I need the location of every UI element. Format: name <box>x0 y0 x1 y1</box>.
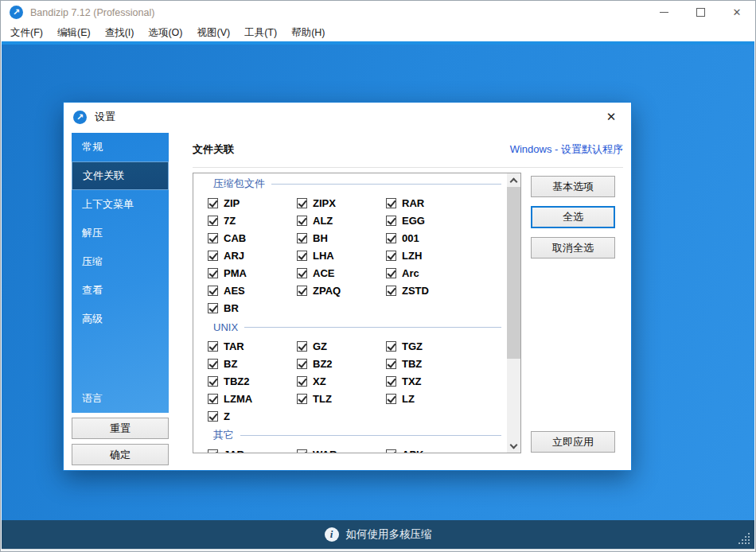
format-checkbox-ace[interactable]: ACE <box>297 267 386 279</box>
menu-item[interactable]: 工具(T) <box>237 25 284 41</box>
checkbox-icon <box>386 233 396 243</box>
format-checkbox-cab[interactable]: CAB <box>208 232 297 244</box>
format-checkbox-bh[interactable]: BH <box>297 232 386 244</box>
format-checkbox-lz[interactable]: LZ <box>386 393 507 405</box>
checkbox-label: Z <box>224 410 230 422</box>
checkbox-label: BZ <box>224 358 237 370</box>
format-checkbox-egg[interactable]: EGG <box>386 215 507 227</box>
statusbar-link[interactable]: 如何使用多核压缩 <box>346 527 432 542</box>
format-checkbox-lha[interactable]: LHA <box>297 250 386 262</box>
format-checkbox-zipx[interactable]: ZIPX <box>297 197 386 209</box>
format-checkbox-bz2[interactable]: BZ2 <box>297 358 386 370</box>
checkbox-label: CAB <box>224 232 246 244</box>
menu-item[interactable]: 查找(I) <box>98 25 142 41</box>
checkbox-icon <box>208 216 218 226</box>
group-label: UNIX <box>193 317 507 337</box>
checkbox-icon <box>386 341 396 352</box>
sidebar-item[interactable]: 解压 <box>72 219 169 247</box>
checkbox-icon <box>297 233 307 243</box>
format-checkbox-war[interactable]: WAR <box>297 449 386 454</box>
format-checkbox-tbz[interactable]: TBZ <box>386 358 507 370</box>
apply-now-button[interactable]: 立即应用 <box>531 431 615 453</box>
checkbox-icon <box>386 251 396 261</box>
scroll-down-icon[interactable] <box>507 439 520 453</box>
checkbox-row: PMAACEArc <box>193 264 507 282</box>
close-button[interactable]: ✕ <box>719 1 755 24</box>
checkbox-label: TLZ <box>313 393 332 405</box>
scroll-up-icon[interactable] <box>507 173 520 187</box>
checkbox-icon <box>208 198 218 208</box>
checkbox-icon <box>297 449 307 454</box>
format-checkbox-apk[interactable]: APK <box>386 449 507 454</box>
format-checkbox-arc[interactable]: Arc <box>386 267 507 279</box>
dialog-close-button[interactable]: ✕ <box>599 110 623 124</box>
checkbox-label: ALZ <box>313 215 333 227</box>
format-checkbox-xz[interactable]: XZ <box>297 375 386 387</box>
sidebar-item[interactable]: 文件关联 <box>72 161 169 190</box>
format-checkbox-rar[interactable]: RAR <box>386 197 507 209</box>
sidebar-item[interactable]: 语言 <box>72 384 169 413</box>
format-checkbox-7z[interactable]: 7Z <box>208 215 297 227</box>
minimize-button[interactable] <box>645 1 682 24</box>
checkbox-label: PMA <box>224 267 247 279</box>
reset-button[interactable]: 重置 <box>72 418 169 439</box>
format-checkbox-001[interactable]: 001 <box>386 232 507 244</box>
menu-item[interactable]: 帮助(H) <box>284 25 332 41</box>
maximize-button[interactable] <box>682 1 719 24</box>
format-checkbox-z[interactable]: Z <box>208 410 297 422</box>
resize-grip-icon[interactable] <box>748 542 750 544</box>
association-list: 压缩包文件ZIPZIPXRAR7ZALZEGGCABBH001ARJLHALZH… <box>193 173 507 453</box>
checkbox-label: JAR <box>224 449 244 454</box>
deselect-all-button[interactable]: 取消全选 <box>531 237 615 259</box>
format-checkbox-tbz2[interactable]: TBZ2 <box>208 375 297 387</box>
format-checkbox-zpaq[interactable]: ZPAQ <box>297 285 386 297</box>
vertical-scrollbar[interactable] <box>507 173 520 453</box>
dialog-title: 设置 <box>95 110 115 124</box>
format-checkbox-zip[interactable]: ZIP <box>208 197 297 209</box>
format-checkbox-jar[interactable]: JAR <box>208 449 297 454</box>
checkbox-icon <box>386 198 396 208</box>
format-checkbox-alz[interactable]: ALZ <box>297 215 386 227</box>
format-checkbox-lzma[interactable]: LZMA <box>208 393 297 405</box>
menu-item[interactable]: 编辑(E) <box>50 25 98 41</box>
sidebar-item[interactable]: 高级 <box>72 305 169 333</box>
basic-options-button[interactable]: 基本选项 <box>531 176 615 197</box>
format-checkbox-txz[interactable]: TXZ <box>386 375 507 387</box>
sidebar-item[interactable]: 上下文菜单 <box>72 190 169 219</box>
windows-default-programs-link[interactable]: Windows - 设置默认程序 <box>510 142 623 157</box>
checkbox-label: LHA <box>313 250 334 262</box>
checkbox-icon <box>208 286 218 296</box>
sidebar-item[interactable]: 查看 <box>72 276 169 305</box>
file-association-panel: 压缩包文件ZIPZIPXRAR7ZALZEGGCABBH001ARJLHALZH… <box>193 173 521 453</box>
format-checkbox-aes[interactable]: AES <box>208 285 297 297</box>
menu-item[interactable]: 文件(F) <box>3 25 50 41</box>
checkbox-icon <box>208 359 218 369</box>
sidebar-item[interactable]: 常规 <box>72 133 169 161</box>
checkbox-label: BR <box>224 302 239 314</box>
format-checkbox-zstd[interactable]: ZSTD <box>386 285 507 297</box>
checkbox-row: BR <box>193 299 507 317</box>
checkbox-label: BZ2 <box>313 358 333 370</box>
scrollbar-thumb[interactable] <box>507 187 520 359</box>
format-checkbox-br[interactable]: BR <box>208 302 297 314</box>
checkbox-icon <box>208 411 218 422</box>
format-checkbox-bz[interactable]: BZ <box>208 358 297 370</box>
format-checkbox-tlz[interactable]: TLZ <box>297 393 386 405</box>
menu-item[interactable]: 视图(V) <box>190 25 238 41</box>
checkbox-label: RAR <box>402 197 424 209</box>
format-checkbox-arj[interactable]: ARJ <box>208 250 297 262</box>
menu-item[interactable]: 选项(O) <box>141 25 189 41</box>
select-all-button[interactable]: 全选 <box>531 206 615 228</box>
status-bar: i 如何使用多核压缩 <box>2 520 754 549</box>
format-checkbox-tgz[interactable]: TGZ <box>386 340 507 352</box>
sidebar-item[interactable]: 压缩 <box>72 247 169 276</box>
format-checkbox-lzh[interactable]: LZH <box>386 250 507 262</box>
checkbox-icon <box>297 251 307 261</box>
checkbox-icon <box>386 286 396 296</box>
format-checkbox-pma[interactable]: PMA <box>208 267 297 279</box>
format-checkbox-tar[interactable]: TAR <box>208 340 297 352</box>
checkbox-icon <box>386 268 396 278</box>
checkbox-label: LZMA <box>224 393 252 405</box>
format-checkbox-gz[interactable]: GZ <box>297 340 386 352</box>
ok-button[interactable]: 确定 <box>72 444 169 465</box>
